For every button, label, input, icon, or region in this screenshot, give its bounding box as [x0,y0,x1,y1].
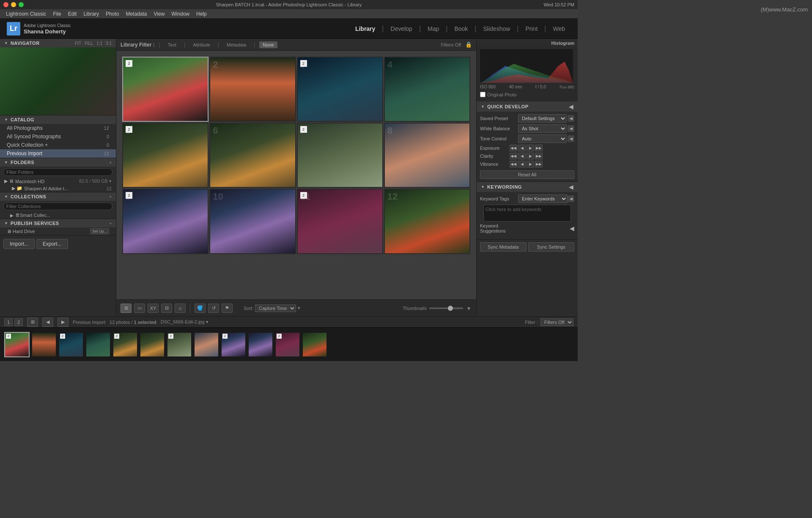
menu-edit[interactable]: Edit [65,11,80,17]
film-thumb-1[interactable]: 2 [4,332,30,357]
menu-library[interactable]: Library [80,11,102,17]
spray-tool-button[interactable]: 🪣 [195,304,206,313]
folders-header[interactable]: ▼ Folders + [0,158,116,167]
catalog-all-synced[interactable]: All Synced Photographs 0 [0,132,116,141]
status-filter-select[interactable]: Filters Off [540,318,573,326]
catalog-all-photographs[interactable]: All Photographs 12 [0,124,116,132]
view-grid-button[interactable]: ⊞ [121,304,132,313]
thumbnail-slider-track[interactable] [429,307,463,309]
menu-window[interactable]: Window [168,11,193,17]
kw-suggestions-collapse[interactable]: ◀ [570,225,574,232]
qd-clarity-dec-small[interactable]: ◀ [518,153,526,159]
menu-help[interactable]: Help [193,11,210,17]
qd-clarity-inc-large[interactable]: ▶▶ [535,153,543,159]
keyword-input-area[interactable]: Click here to add keywords [483,205,571,222]
publish-setup-button[interactable]: Set Up... [90,228,109,234]
view-survey-button[interactable]: ⊟ [161,304,172,313]
grid-item-10[interactable]: 10 [209,189,296,254]
qd-exposure-inc-small[interactable]: ▶ [527,145,534,151]
kw-tags-arrow[interactable]: ◀ [568,195,574,202]
menu-photo[interactable]: Photo [102,11,122,17]
page-btn-1[interactable]: 1 [4,318,13,326]
view-people-button[interactable]: ☺ [175,304,186,313]
collections-header[interactable]: ▼ Collections + [0,192,116,201]
grid-item-1[interactable]: 1 2 [122,57,208,122]
catalog-quick-collection[interactable]: Quick Collection + 0 [0,141,116,149]
filter-tab-attribute[interactable]: Attribute [189,41,214,48]
rotation-tool-button[interactable]: ↺ [208,304,219,313]
kw-tags-select[interactable]: Enter Keywords Will Export [518,195,568,203]
collections-add-button[interactable]: + [109,195,112,199]
publish-add-button[interactable]: + [109,221,112,226]
export-button[interactable]: Export... [36,239,68,249]
thumbnail-slider-thumb[interactable] [448,306,453,311]
grid-item-2[interactable]: 2 [209,57,296,122]
grid-item-9[interactable]: 9 2 [122,189,208,254]
menu-file[interactable]: File [49,11,64,17]
flag-tool-button[interactable]: ⚑ [222,304,233,313]
sync-metadata-button[interactable]: Sync Metadata [480,242,527,252]
nav-fit-3to1[interactable]: 3:1 [106,41,112,46]
view-compare-button[interactable]: XY [148,304,159,313]
kw-collapse-arrow[interactable]: ◀ [569,184,573,190]
view-loupe-button[interactable]: ▭ [134,304,145,313]
catalog-header[interactable]: ▼ Catalog [0,115,116,124]
film-thumb-9[interactable]: 2 [221,332,246,357]
film-thumb-10[interactable] [248,332,273,357]
navigator-header[interactable]: ▼ Navigator FIT FILL 1:1 3:1 [0,39,116,47]
nav-fit-1to1[interactable]: 1:1 [96,41,102,46]
qd-reset-all-button[interactable]: Reset All [480,170,574,179]
grid-item-5[interactable]: 5 2 [122,123,208,188]
module-map[interactable]: Map [422,24,445,34]
grid-item-8[interactable]: 8 [384,123,470,188]
filter-tab-metadata[interactable]: Metadata [223,41,250,48]
qd-tone-control-select[interactable]: Auto Manual [518,134,567,143]
qd-vibrance-dec-large[interactable]: ◀◀ [510,161,517,167]
qd-exposure-dec-large[interactable]: ◀◀ [510,145,517,151]
toolbar-expand-button[interactable]: ▾ [466,304,472,312]
qd-vibrance-inc-large[interactable]: ▶▶ [535,161,543,167]
sort-select[interactable]: Capture Time Edit Time File Name [255,304,296,312]
qd-vibrance-inc-small[interactable]: ▶ [527,161,534,167]
module-develop[interactable]: Develop [385,24,418,34]
qd-collapse-arrow[interactable]: ◀ [569,103,573,110]
import-button[interactable]: Import... [3,239,35,249]
film-thumb-7[interactable]: 2 [167,332,192,357]
qd-saved-preset-prev[interactable]: ◀ [568,115,574,122]
filter-tab-text[interactable]: Text [165,41,180,48]
menu-view[interactable]: View [151,11,168,17]
status-nav-prev[interactable]: ◀ [42,318,53,327]
qd-exposure-inc-large[interactable]: ▶▶ [535,145,543,151]
film-thumb-3[interactable]: 2 [58,332,84,357]
film-thumb-5[interactable]: 2 [112,332,138,357]
grid-item-4[interactable]: 4 [384,57,470,122]
collections-filter-input[interactable] [3,203,112,210]
quick-develop-header[interactable]: ▼ Quick Develop ◀ [477,101,578,112]
maximize-button[interactable] [19,2,24,7]
module-book[interactable]: Book [448,24,474,34]
folder-sharpen-ai[interactable]: ▶ 📁 Sharpen AI Adobe t... 12 [0,185,116,192]
qd-exposure-dec-small[interactable]: ◀ [518,145,526,151]
module-slideshow[interactable]: Slideshow [477,24,516,34]
menu-metadata[interactable]: Metadata [122,11,150,17]
filter-lock-icon[interactable]: 🔒 [465,41,472,48]
qd-clarity-inc-small[interactable]: ▶ [527,153,534,159]
smart-collections-item[interactable]: ▶ 🖹 Smart Collec... [0,212,116,219]
nav-fit-fill[interactable]: FILL [85,41,93,46]
menu-lightroom[interactable]: Lightroom Classic [3,11,49,17]
qd-clarity-dec-large[interactable]: ◀◀ [510,153,517,159]
film-thumb-12[interactable] [302,332,327,357]
status-nav-next[interactable]: ▶ [58,318,69,327]
original-photo-check[interactable] [480,92,486,97]
histogram-original-checkbox[interactable]: Original Photo [480,91,574,98]
grid-item-11[interactable]: 11 2 [297,189,383,254]
qd-white-balance-select[interactable]: As Shot Auto Daylight Cloudy [518,124,567,133]
minimize-button[interactable] [11,2,16,7]
publish-services-header[interactable]: ▼ Publish Services + [0,219,116,227]
qd-white-balance-prev[interactable]: ◀ [568,125,574,132]
page-btn-2[interactable]: 2 [14,318,23,326]
status-grid-icon[interactable]: ⊞ [27,318,38,327]
nav-fit-fit[interactable]: FIT [75,41,81,46]
film-thumb-11[interactable]: 2 [275,332,300,357]
film-thumb-2[interactable] [31,332,57,357]
